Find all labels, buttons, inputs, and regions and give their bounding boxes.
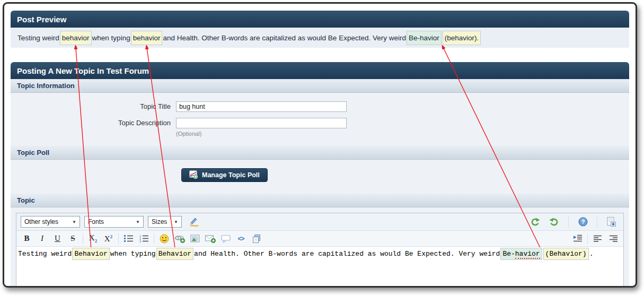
chevron-down-icon: ▼ [174, 220, 178, 224]
quote-icon [221, 235, 231, 243]
preview-highlighted-word: behavior [60, 31, 92, 45]
new-topic-header: Posting A New Topic In Test Forum [11, 62, 629, 79]
remove-format-button[interactable] [186, 215, 201, 228]
align-left-button[interactable] [590, 232, 605, 245]
chevron-down-icon: ▼ [72, 220, 76, 224]
insert-email-icon [205, 235, 216, 243]
indent-icon [573, 235, 583, 242]
topic-information-body: Topic TitleTopic Description(Optional) [11, 93, 629, 146]
help-button[interactable]: ? [575, 215, 590, 228]
italic-button[interactable]: I [34, 232, 50, 245]
new-topic-panel: Posting A New Topic In Test Forum Topic … [11, 62, 629, 288]
insert-image-icon [190, 235, 200, 243]
redo-button[interactable] [546, 215, 562, 228]
post-preview-body: Testing weird behavior when typing behav… [11, 28, 629, 48]
editor-highlighted-word: Behavior [156, 248, 193, 260]
new-topic-title: Posting A New Topic In Test Forum [17, 66, 149, 75]
strikethrough-button[interactable]: S [65, 232, 81, 245]
subscript-button[interactable]: X2 [85, 232, 101, 245]
manage-topic-poll-label: Manage Topic Poll [202, 171, 260, 179]
sizes-dropdown[interactable]: Sizes▼ [148, 216, 182, 228]
paste-icon [252, 234, 261, 244]
source-mode-icon [607, 217, 616, 227]
topic-description-input[interactable] [176, 118, 347, 128]
insert-email-button[interactable] [202, 232, 218, 245]
fonts-dropdown-label: Fonts [88, 218, 104, 225]
other-styles-dropdown[interactable]: Other styles▼ [21, 216, 80, 228]
topic-body: Other styles▼Fonts▼Sizes▼? BIUSX2X2123<>… [11, 207, 629, 288]
align-right-icon [609, 235, 617, 242]
topic-poll-body: Manage Topic Poll [11, 160, 629, 194]
undo-icon [530, 218, 540, 226]
preview-text-segment: when typing [92, 31, 131, 45]
fonts-dropdown[interactable]: Fonts▼ [84, 216, 144, 228]
paste-button[interactable] [249, 232, 264, 245]
topic-section-header: Topic [11, 194, 629, 207]
post-preview-header: Post Preview [11, 11, 629, 28]
ordered-list-button[interactable]: 123 [136, 232, 152, 245]
editor-text-segment: when typing [110, 248, 156, 260]
insert-image-button[interactable] [187, 232, 202, 245]
topic-title: Topic [17, 196, 35, 204]
topic-title-field-col [176, 101, 347, 112]
superscript-icon: X2 [104, 235, 112, 243]
topic-information-title: Topic Information [17, 82, 75, 90]
topic-description-note: (Optional) [176, 131, 347, 137]
preview-text-segment: and Health. Other B-words are capitalize… [162, 31, 407, 45]
poll-chart-icon [189, 170, 198, 180]
chevron-down-icon: ▼ [136, 220, 140, 224]
unordered-list-button[interactable] [121, 232, 136, 245]
preview-highlighted-word: (behavior). [443, 31, 481, 45]
post-preview-panel: Post Preview Testing weird behavior when… [11, 11, 629, 48]
subscript-icon: X2 [89, 234, 97, 244]
insert-link-icon [174, 235, 185, 243]
bold-button[interactable]: B [19, 232, 34, 245]
editor-text-segment: Testing weird [17, 248, 72, 260]
ordered-list-icon: 123 [139, 235, 148, 242]
topic-information-section-header: Topic Information [11, 79, 629, 93]
topic-description-row: Topic Description(Optional) [11, 118, 629, 137]
editor-text-segment: . [589, 248, 594, 260]
topic-poll-title: Topic Poll [17, 149, 49, 157]
editor-highlighted-word: (Behavior) [543, 248, 589, 260]
other-styles-dropdown-label: Other styles [24, 218, 58, 225]
editor-text-segment: and Health. Other B-words are capitalize… [193, 248, 500, 260]
editor-highlighted-word: Behavior [72, 248, 109, 260]
bold-icon: B [24, 235, 29, 242]
preview-text-segment: Testing weird [17, 31, 60, 45]
topic-title-row: Topic Title [11, 101, 629, 112]
source-mode-button[interactable] [604, 215, 619, 228]
align-right-button[interactable] [605, 232, 621, 245]
underline-icon: U [55, 235, 60, 242]
preview-highlighted-word: behavior [131, 31, 163, 45]
editor-content-area[interactable]: Testing weird Behavior when typing Behav… [16, 247, 623, 288]
toolbar-divider [587, 233, 588, 244]
post-preview-title: Post Preview [17, 15, 66, 24]
redo-icon [549, 218, 560, 226]
editor-toolbar-row1: Other styles▼Fonts▼Sizes▼? [16, 213, 623, 231]
topic-description-field-col: (Optional) [176, 118, 347, 137]
topic-title-input[interactable] [176, 101, 347, 112]
topic-title-label: Topic Title [11, 101, 176, 112]
topic-poll-section-header: Topic Poll [11, 146, 629, 160]
undo-button[interactable] [527, 215, 542, 228]
forum-post-window: Post Preview Testing weird behavior when… [3, 2, 637, 288]
editor-toolbar-row2: BIUSX2X2123<> [16, 231, 623, 247]
svg-text:?: ? [581, 219, 585, 225]
emoticon-button[interactable] [156, 232, 172, 245]
toolbar-divider [568, 216, 569, 227]
insert-link-button[interactable] [172, 232, 187, 245]
underline-button[interactable]: U [50, 232, 65, 245]
indent-button[interactable] [570, 232, 585, 245]
quote-button[interactable] [218, 232, 233, 245]
toolbar-divider [83, 233, 83, 244]
code-button[interactable]: <> [233, 232, 249, 245]
toolbar-divider [154, 233, 154, 244]
superscript-button[interactable]: X2 [101, 232, 116, 245]
preview-highlighted-word: Be-havior [407, 31, 442, 45]
strikethrough-icon: S [70, 235, 75, 242]
align-left-icon [594, 235, 602, 242]
manage-topic-poll-button[interactable]: Manage Topic Poll [181, 168, 268, 182]
editor-highlighted-word: Be-havior [500, 248, 542, 260]
help-icon: ? [578, 217, 588, 227]
